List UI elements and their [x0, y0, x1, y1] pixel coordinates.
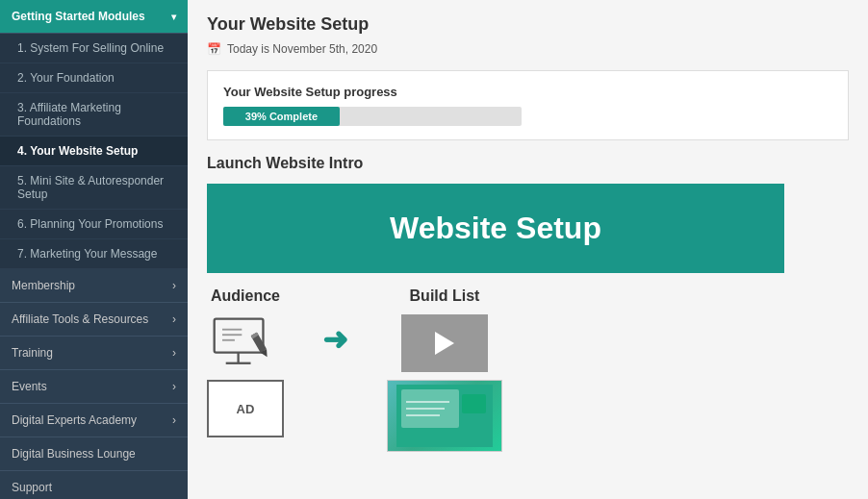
- sidebar-item-3[interactable]: 3. Affiliate Marketing Foundations: [0, 93, 188, 137]
- sidebar-item-7[interactable]: 7. Marketing Your Message: [0, 239, 188, 269]
- sidebar-section-label: Getting Started Modules: [12, 10, 145, 23]
- arrow-container: ➜: [322, 321, 348, 358]
- sidebar-section-affiliate-label: Affiliate Tools & Resources: [12, 312, 148, 326]
- sidebar-section-membership-label: Membership: [12, 279, 75, 292]
- sidebar-item-5[interactable]: 5. Mini Site & Autoresponder Setup: [0, 166, 188, 210]
- chevron-right-icon: ›: [172, 413, 176, 427]
- chevron-right-icon: ›: [172, 380, 176, 393]
- monitor-icon: [207, 314, 284, 372]
- video-title: Website Setup: [390, 211, 601, 245]
- section-title: Launch Website Intro: [207, 155, 849, 172]
- audience-column: Audience: [207, 287, 284, 437]
- sidebar-item-1[interactable]: 1. System For Selling Online: [0, 34, 188, 63]
- sidebar-item-support[interactable]: Support: [0, 471, 188, 499]
- chevron-right-icon: ›: [172, 279, 176, 292]
- calendar-icon: 📅: [207, 42, 221, 56]
- audience-label: Audience: [211, 287, 280, 305]
- audience-build-row: Audience: [207, 287, 784, 452]
- sidebar-section-events-label: Events: [12, 380, 47, 393]
- arrow-right-icon: ➜: [322, 321, 348, 358]
- video-teal-bg: Website Setup: [207, 184, 784, 273]
- build-list-label: Build List: [410, 287, 480, 305]
- play-triangle-icon: [435, 332, 454, 355]
- sidebar-item-training[interactable]: Training ›: [0, 337, 188, 370]
- chevron-right-icon: ›: [172, 346, 176, 360]
- sidebar-item-events[interactable]: Events ›: [0, 370, 188, 404]
- sidebar-section-digital-business-label: Digital Business Lounge: [12, 447, 136, 461]
- date-bar: 📅 Today is November 5th, 2020: [207, 42, 849, 56]
- video-thumbnail[interactable]: [387, 380, 502, 452]
- chevron-right-icon: ›: [172, 312, 176, 326]
- progress-label: Your Website Setup progress: [223, 85, 832, 99]
- video-banner[interactable]: Website Setup: [207, 184, 784, 273]
- ad-icon: AD: [207, 380, 284, 437]
- build-list-column: Build List: [387, 287, 502, 452]
- progress-bar-fill: 39% Complete: [223, 107, 340, 126]
- sidebar-section-getting-started[interactable]: Getting Started Modules ▾: [0, 0, 188, 34]
- sidebar-item-digital-business[interactable]: Digital Business Lounge: [0, 437, 188, 471]
- thumbnail-image: [388, 381, 501, 451]
- sidebar-item-6[interactable]: 6. Planning Your Promotions: [0, 210, 188, 239]
- sidebar-item-membership[interactable]: Membership ›: [0, 269, 188, 303]
- play-button[interactable]: [401, 314, 488, 372]
- date-text: Today is November 5th, 2020: [227, 42, 377, 56]
- sidebar-section-digital-experts-label: Digital Experts Academy: [12, 413, 137, 427]
- sidebar-item-4[interactable]: 4. Your Website Setup: [0, 137, 188, 166]
- sidebar: Getting Started Modules ▾ 1. System For …: [0, 0, 188, 499]
- progress-text: 39% Complete: [245, 111, 318, 122]
- main-content: Your Website Setup 📅 Today is November 5…: [188, 0, 868, 499]
- sidebar-submenu: 1. System For Selling Online 2. Your Fou…: [0, 34, 188, 269]
- thumbnail-svg: [396, 385, 493, 447]
- progress-bar-background: 39% Complete: [223, 107, 522, 126]
- progress-box: Your Website Setup progress 39% Complete: [207, 70, 849, 140]
- sidebar-section-training-label: Training: [12, 346, 53, 360]
- sidebar-section-support-label: Support: [12, 481, 52, 494]
- svg-rect-14: [462, 394, 486, 413]
- page-title: Your Website Setup: [207, 14, 849, 35]
- sidebar-item-digital-experts[interactable]: Digital Experts Academy ›: [0, 404, 188, 437]
- chevron-down-icon: ▾: [171, 12, 176, 22]
- sidebar-item-2[interactable]: 2. Your Foundation: [0, 63, 188, 93]
- sidebar-item-affiliate-tools[interactable]: Affiliate Tools & Resources ›: [0, 303, 188, 337]
